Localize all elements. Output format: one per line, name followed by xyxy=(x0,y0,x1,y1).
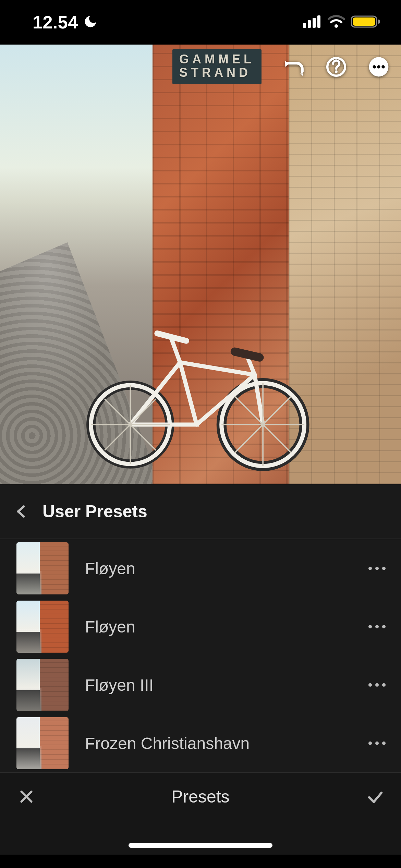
photo-brick-wall-light xyxy=(289,45,401,484)
presets-list-title: User Presets xyxy=(42,502,147,521)
svg-rect-2 xyxy=(313,18,316,28)
preset-options-button[interactable] xyxy=(367,682,387,688)
svg-point-22 xyxy=(373,65,376,68)
street-sign-line1: GAMMEL xyxy=(179,52,255,66)
preset-row[interactable]: Fløyen xyxy=(0,539,401,598)
preset-list[interactable]: Fløyen Fløyen Fløyen III xyxy=(0,539,401,772)
undo-button[interactable] xyxy=(281,54,306,80)
preset-label: Fløyen xyxy=(85,617,350,636)
street-sign-line2: STRAND xyxy=(179,66,255,80)
preset-row[interactable]: Frozen Christianshavn xyxy=(0,714,401,772)
svg-point-34 xyxy=(368,742,372,745)
svg-rect-6 xyxy=(378,20,380,24)
preset-label: Fløyen xyxy=(85,559,350,578)
preset-thumbnail xyxy=(16,601,69,653)
svg-point-35 xyxy=(375,742,379,745)
presets-list-header: User Presets xyxy=(0,484,401,539)
svg-rect-3 xyxy=(317,15,320,28)
svg-point-25 xyxy=(368,567,372,570)
cancel-button[interactable] xyxy=(18,788,35,805)
svg-point-27 xyxy=(382,567,386,570)
svg-point-4 xyxy=(335,24,338,28)
wifi-icon xyxy=(328,15,345,29)
preset-options-button[interactable] xyxy=(367,566,387,571)
bottom-bar-title: Presets xyxy=(171,787,230,807)
svg-point-28 xyxy=(368,625,372,628)
preset-options-button[interactable] xyxy=(367,624,387,629)
svg-point-31 xyxy=(368,683,372,687)
preset-thumbnail xyxy=(16,717,69,769)
svg-point-23 xyxy=(377,65,380,68)
preset-thumbnail xyxy=(16,659,69,711)
preset-label: Fløyen III xyxy=(85,676,350,695)
svg-rect-1 xyxy=(308,20,311,28)
cellular-signal-icon xyxy=(303,15,321,29)
svg-point-24 xyxy=(381,65,385,68)
presets-panel: User Presets Fløyen Fløyen xyxy=(0,484,401,772)
photo-toolbar xyxy=(281,54,391,80)
svg-point-36 xyxy=(382,742,386,745)
preset-label: Frozen Christianshavn xyxy=(85,734,350,753)
svg-point-33 xyxy=(382,683,386,687)
status-left: 12.54 xyxy=(33,12,98,33)
confirm-button[interactable] xyxy=(366,788,383,805)
svg-point-32 xyxy=(375,683,379,687)
preset-row[interactable]: Fløyen III xyxy=(0,656,401,714)
moon-icon xyxy=(83,14,98,31)
preset-row[interactable]: Fløyen xyxy=(0,598,401,656)
status-time: 12.54 xyxy=(33,12,78,33)
help-button[interactable] xyxy=(324,54,349,80)
home-indicator[interactable] xyxy=(129,843,272,848)
back-button[interactable] xyxy=(14,504,29,519)
more-button[interactable] xyxy=(366,54,391,80)
svg-point-20 xyxy=(335,70,338,73)
bottom-action-bar: Presets xyxy=(0,772,401,820)
status-bar: 12.54 xyxy=(0,0,401,45)
status-right xyxy=(303,15,380,30)
home-indicator-area xyxy=(0,820,401,855)
svg-point-29 xyxy=(375,625,379,628)
photo-street-sign: GAMMEL STRAND xyxy=(172,49,262,84)
battery-fill xyxy=(353,17,375,26)
preset-options-button[interactable] xyxy=(367,740,387,746)
preset-thumbnail xyxy=(16,542,69,594)
battery-icon xyxy=(351,15,380,30)
svg-rect-0 xyxy=(303,23,306,28)
photo-preview[interactable]: GAMMEL STRAND xyxy=(0,45,401,484)
svg-point-30 xyxy=(382,625,386,628)
svg-point-26 xyxy=(375,567,379,570)
